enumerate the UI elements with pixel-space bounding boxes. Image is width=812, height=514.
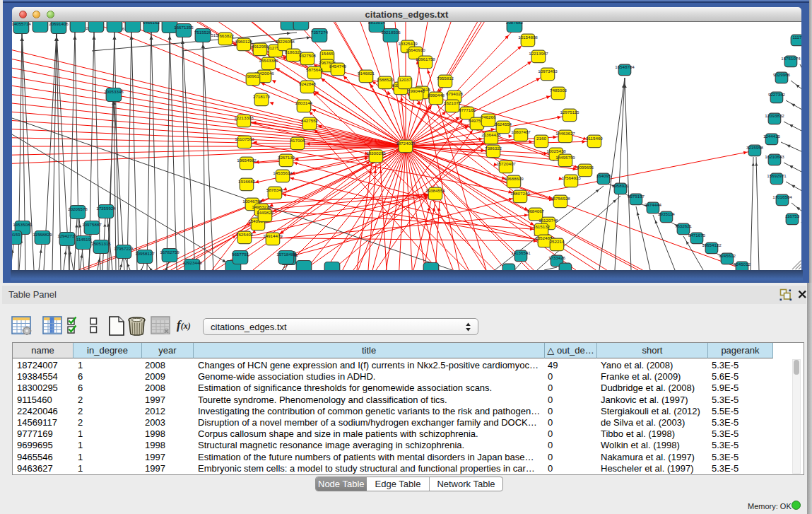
svg-text:9777169: 9777169 <box>459 107 476 112</box>
svg-text:17016504: 17016504 <box>772 194 792 199</box>
svg-text:19384554: 19384554 <box>425 188 445 193</box>
svg-text:10046788: 10046788 <box>242 199 262 204</box>
svg-text:13226058: 13226058 <box>275 39 295 44</box>
svg-text:7515526: 7515526 <box>194 30 212 35</box>
svg-text:10025438: 10025438 <box>546 148 566 153</box>
svg-text:17564923: 17564923 <box>561 175 581 180</box>
svg-text:18724007: 18724007 <box>396 141 416 146</box>
svg-text:9329966: 9329966 <box>773 72 791 77</box>
svg-text:14535614: 14535614 <box>273 170 293 175</box>
svg-text:114519: 114519 <box>76 237 91 242</box>
svg-text:98961: 98961 <box>247 74 259 78</box>
svg-text:14983222: 14983222 <box>252 204 271 209</box>
svg-text:9245612: 9245612 <box>719 253 736 258</box>
svg-text:2803144: 2803144 <box>295 100 313 105</box>
svg-text:8912954: 8912954 <box>252 44 269 49</box>
svg-text:13325419: 13325419 <box>398 41 418 46</box>
svg-text:3215958: 3215958 <box>746 145 764 150</box>
svg-text:1621072: 1621072 <box>444 100 461 105</box>
svg-text:18300295: 18300295 <box>366 151 386 156</box>
svg-text:6794028: 6794028 <box>446 91 464 96</box>
svg-text:164095: 164095 <box>596 173 611 178</box>
svg-text:2160: 2160 <box>536 136 546 141</box>
svg-text:8454749: 8454749 <box>329 64 347 69</box>
svg-text:21364436: 21364436 <box>481 132 501 137</box>
svg-text:6979197: 6979197 <box>628 194 645 199</box>
svg-text:1916682: 1916682 <box>238 179 256 184</box>
svg-text:9227342: 9227342 <box>768 92 786 97</box>
svg-text:16543382: 16543382 <box>259 58 278 63</box>
svg-text:12213967: 12213967 <box>529 51 548 56</box>
svg-text:9684067: 9684067 <box>527 209 545 214</box>
svg-text:10688609: 10688609 <box>504 176 524 181</box>
svg-text:14535081: 14535081 <box>13 222 33 227</box>
svg-text:20053346: 20053346 <box>104 89 124 94</box>
svg-text:12975115: 12975115 <box>560 110 579 115</box>
svg-text:16210643: 16210643 <box>765 154 784 159</box>
svg-text:3624554: 3624554 <box>495 122 512 127</box>
svg-text:8813014: 8813014 <box>368 22 386 25</box>
svg-text:1990443: 1990443 <box>408 88 425 93</box>
svg-text:39159: 39159 <box>12 232 20 237</box>
svg-text:8990448: 8990448 <box>428 93 445 98</box>
svg-text:17957223: 17957223 <box>114 246 134 251</box>
svg-text:9474444: 9474444 <box>645 202 662 207</box>
svg-text:12923448: 12923448 <box>182 260 202 265</box>
svg-text:7955812: 7955812 <box>437 76 454 81</box>
svg-text:10961758: 10961758 <box>416 57 435 62</box>
svg-text:15692971: 15692971 <box>767 173 787 178</box>
svg-text:9657791: 9657791 <box>232 252 249 257</box>
svg-text:25051315: 25051315 <box>91 241 111 246</box>
svg-text:7386322: 7386322 <box>485 146 502 151</box>
svg-text:15751074: 15751074 <box>781 56 801 61</box>
svg-text:252214: 252214 <box>550 239 565 244</box>
svg-text:1733426: 1733426 <box>548 255 566 260</box>
svg-text:20691406: 20691406 <box>49 22 69 26</box>
svg-text:15465: 15465 <box>321 51 334 56</box>
svg-text:746266: 746266 <box>481 115 496 119</box>
svg-text:12093832: 12093832 <box>765 113 784 118</box>
svg-text:14914479: 14914479 <box>263 233 283 238</box>
svg-text:11568829: 11568829 <box>33 232 52 237</box>
svg-text:1449822: 1449822 <box>257 210 274 215</box>
svg-text:10973493: 10973493 <box>538 69 558 74</box>
svg-text:9245012: 9245012 <box>734 262 751 267</box>
svg-text:17359924: 17359924 <box>96 206 116 211</box>
svg-text:5875645: 5875645 <box>306 67 324 72</box>
svg-text:16671355: 16671355 <box>174 25 194 30</box>
svg-text:7625402: 7625402 <box>236 232 254 237</box>
svg-text:9242848: 9242848 <box>299 81 317 86</box>
svg-text:7632621: 7632621 <box>675 223 693 228</box>
svg-text:8427552: 8427552 <box>301 118 319 123</box>
svg-text:15720407: 15720407 <box>496 161 516 166</box>
svg-text:7485003: 7485003 <box>550 88 567 93</box>
svg-text:14495759: 14495759 <box>555 155 575 160</box>
svg-text:2087682: 2087682 <box>506 22 524 25</box>
svg-text:12037: 12037 <box>399 77 411 82</box>
svg-text:10975887: 10975887 <box>82 222 102 227</box>
svg-text:20206578: 20206578 <box>68 206 88 211</box>
svg-text:9115460: 9115460 <box>586 136 603 141</box>
svg-text:10958127: 10958127 <box>135 251 155 256</box>
svg-text:3267130: 3267130 <box>278 155 295 160</box>
svg-text:12942737: 12942737 <box>57 233 77 238</box>
svg-text:16782759: 16782759 <box>160 250 180 255</box>
svg-text:1615132: 1615132 <box>533 224 551 229</box>
svg-text:7663822: 7663822 <box>217 33 235 38</box>
svg-text:9099695: 9099695 <box>577 165 594 170</box>
svg-text:16640910: 16640910 <box>406 47 425 52</box>
svg-text:18807249: 18807249 <box>510 191 530 196</box>
svg-text:15718485: 15718485 <box>276 252 296 257</box>
svg-text:14463627: 14463627 <box>555 131 575 136</box>
svg-text:14136541: 14136541 <box>511 250 531 255</box>
svg-text:116753: 116753 <box>785 214 800 218</box>
svg-text:19654982: 19654982 <box>237 158 257 163</box>
svg-text:8960128: 8960128 <box>235 39 253 44</box>
svg-text:5878342: 5878342 <box>266 187 284 192</box>
svg-text:8958921: 8958921 <box>612 183 630 188</box>
svg-text:16107563: 16107563 <box>235 136 254 141</box>
svg-text:1117: 1117 <box>793 35 801 40</box>
svg-text:16120746: 16120746 <box>539 218 558 223</box>
svg-text:10807487: 10807487 <box>511 129 531 134</box>
svg-text:1588520: 1588520 <box>377 77 394 82</box>
